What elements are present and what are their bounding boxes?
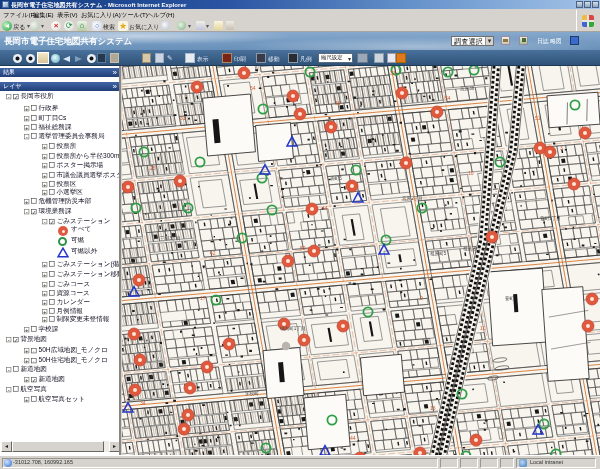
svg-text:44: 44 bbox=[322, 205, 328, 211]
svg-text:三和3丁目: 三和3丁目 bbox=[160, 235, 181, 242]
svg-text:31: 31 bbox=[180, 115, 186, 121]
svg-text:17: 17 bbox=[200, 295, 206, 301]
svg-text:要町1丁目: 要町1丁目 bbox=[540, 215, 561, 222]
svg-text:相原町5: 相原町5 bbox=[430, 250, 447, 256]
svg-text:9: 9 bbox=[420, 295, 423, 301]
svg-text:16: 16 bbox=[430, 405, 436, 411]
svg-text:54: 54 bbox=[250, 85, 256, 91]
svg-text:42: 42 bbox=[210, 250, 216, 256]
svg-text:宮原2丁目: 宮原2丁目 bbox=[402, 195, 423, 202]
svg-text:34: 34 bbox=[140, 400, 146, 406]
svg-text:44: 44 bbox=[350, 435, 356, 441]
svg-text:学校町: 学校町 bbox=[245, 390, 259, 396]
svg-text:宮原36: 宮原36 bbox=[460, 85, 475, 92]
svg-text:10: 10 bbox=[468, 170, 474, 176]
svg-text:表町5: 表町5 bbox=[330, 175, 342, 181]
svg-text:城内町1丁目: 城内町1丁目 bbox=[279, 325, 306, 332]
svg-text:36: 36 bbox=[335, 100, 341, 106]
svg-text:33: 33 bbox=[390, 70, 396, 76]
svg-text:52: 52 bbox=[300, 245, 306, 251]
svg-text:10: 10 bbox=[480, 325, 486, 331]
svg-text:54: 54 bbox=[445, 95, 451, 101]
svg-text:相原通り: 相原通り bbox=[463, 245, 481, 251]
svg-text:51: 51 bbox=[535, 115, 541, 121]
svg-text:要町: 要町 bbox=[505, 295, 515, 302]
svg-text:3: 3 bbox=[560, 145, 563, 151]
svg-text:25: 25 bbox=[150, 165, 156, 171]
